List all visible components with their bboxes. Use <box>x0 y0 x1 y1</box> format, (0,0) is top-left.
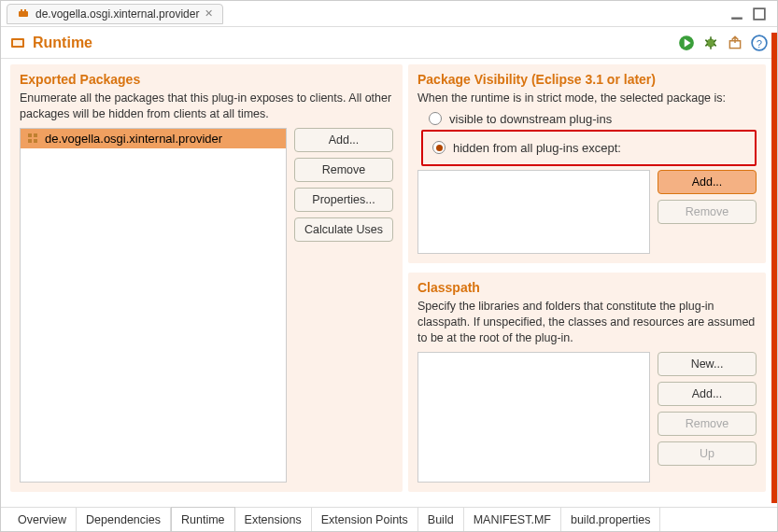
svg-rect-1 <box>21 9 22 12</box>
exported-packages-section: Exported Packages Enumerate all the pack… <box>10 64 403 492</box>
editor-tab[interactable]: de.vogella.osgi.xinternal.provider ✕ <box>7 4 223 24</box>
visibility-add-button[interactable]: Add... <box>658 170 757 194</box>
minimize-icon[interactable] <box>730 7 743 21</box>
svg-rect-0 <box>19 11 28 17</box>
exported-package-item[interactable]: de.vogella.osgi.xinternal.provider <box>21 129 286 148</box>
exported-packages-desc: Enumerate all the packages that this plu… <box>20 91 393 122</box>
svg-point-8 <box>707 38 715 47</box>
right-column: Package Visibility (Eclipse 3.1 or later… <box>408 64 766 501</box>
page-title: Runtime <box>33 35 92 51</box>
exported-buttons: Add... Remove Properties... Calculate Us… <box>294 128 393 483</box>
radio-selected-icon <box>432 141 446 154</box>
tab-build-properties[interactable]: build.properties <box>561 508 660 531</box>
bottom-tab-bar: Overview Dependencies Runtime Extensions… <box>1 507 777 531</box>
svg-text:?: ? <box>757 37 762 49</box>
visibility-remove-button: Remove <box>658 200 757 224</box>
svg-rect-6 <box>13 40 22 46</box>
classpath-remove-button: Remove <box>658 412 757 436</box>
tab-build[interactable]: Build <box>418 508 464 531</box>
svg-rect-14 <box>28 139 32 143</box>
visibility-visible-label: visible to downstream plug-ins <box>449 112 612 126</box>
page-header: Runtime ? <box>1 27 777 59</box>
close-icon[interactable]: ✕ <box>205 7 213 20</box>
visibility-option-visible[interactable]: visible to downstream plug-ins <box>429 112 757 126</box>
classpath-section: Classpath Specify the libraries and fold… <box>408 273 766 492</box>
visibility-option-hidden[interactable]: hidden from all plug-ins except: <box>432 141 749 155</box>
classpath-desc: Specify the libraries and folders that c… <box>417 299 757 346</box>
visibility-desc: When the runtime is in strict mode, the … <box>417 91 757 106</box>
classpath-buttons: New... Add... Remove Up <box>658 352 757 483</box>
debug-icon[interactable] <box>702 35 719 51</box>
exported-calculate-uses-button[interactable]: Calculate Uses <box>294 217 393 242</box>
svg-rect-3 <box>731 17 743 19</box>
help-icon[interactable]: ? <box>751 35 768 51</box>
svg-rect-15 <box>34 139 37 143</box>
svg-rect-4 <box>754 8 765 20</box>
svg-rect-2 <box>24 9 26 12</box>
visibility-buttons: Add... Remove <box>658 170 757 254</box>
tab-extension-points[interactable]: Extension Points <box>312 508 418 531</box>
tab-manifest[interactable]: MANIFEST.MF <box>464 508 561 531</box>
visibility-hidden-label: hidden from all plug-ins except: <box>453 141 621 155</box>
tab-extensions[interactable]: Extensions <box>235 508 312 531</box>
classpath-up-button: Up <box>658 441 757 466</box>
visibility-list-row: Add... Remove <box>417 170 757 254</box>
exported-packages-title: Exported Packages <box>20 72 393 87</box>
exported-packages-list[interactable]: de.vogella.osgi.xinternal.provider <box>20 128 287 483</box>
classpath-new-button[interactable]: New... <box>658 352 757 376</box>
package-icon <box>26 132 39 145</box>
title-controls <box>730 7 771 21</box>
exported-remove-button[interactable]: Remove <box>294 158 393 182</box>
classpath-list-row: New... Add... Remove Up <box>417 352 757 483</box>
tab-dependencies[interactable]: Dependencies <box>77 508 171 531</box>
run-icon[interactable] <box>678 35 695 51</box>
visibility-title: Package Visibility (Eclipse 3.1 or later… <box>417 72 757 87</box>
plugin-icon <box>17 7 30 21</box>
visibility-highlight-box: hidden from all plug-ins except: <box>421 130 757 166</box>
tab-runtime[interactable]: Runtime <box>171 507 235 531</box>
classpath-title: Classpath <box>417 280 757 295</box>
titlebar: de.vogella.osgi.xinternal.provider ✕ <box>1 1 777 27</box>
package-item-label: de.vogella.osgi.xinternal.provider <box>45 132 222 146</box>
content-area: Exported Packages Enumerate all the pack… <box>1 59 777 507</box>
exported-add-button[interactable]: Add... <box>294 128 393 152</box>
package-visibility-section: Package Visibility (Eclipse 3.1 or later… <box>408 64 766 263</box>
classpath-add-button[interactable]: Add... <box>658 382 757 406</box>
toolbar-actions: ? <box>678 35 768 51</box>
runtime-icon <box>10 35 27 50</box>
radio-unselected-icon <box>429 112 442 125</box>
classpath-list[interactable] <box>417 352 650 483</box>
tab-overview[interactable]: Overview <box>8 508 77 531</box>
right-edge-marker <box>771 33 777 503</box>
left-column: Exported Packages Enumerate all the pack… <box>10 64 403 501</box>
editor-tab-title: de.vogella.osgi.xinternal.provider <box>35 7 199 21</box>
visibility-exception-list[interactable] <box>417 170 650 254</box>
exported-properties-button[interactable]: Properties... <box>294 188 393 212</box>
export-icon[interactable] <box>727 35 743 51</box>
svg-rect-13 <box>34 133 37 137</box>
svg-rect-12 <box>28 133 32 137</box>
editor-window: de.vogella.osgi.xinternal.provider ✕ Run… <box>0 0 778 532</box>
maximize-icon[interactable] <box>753 7 766 21</box>
